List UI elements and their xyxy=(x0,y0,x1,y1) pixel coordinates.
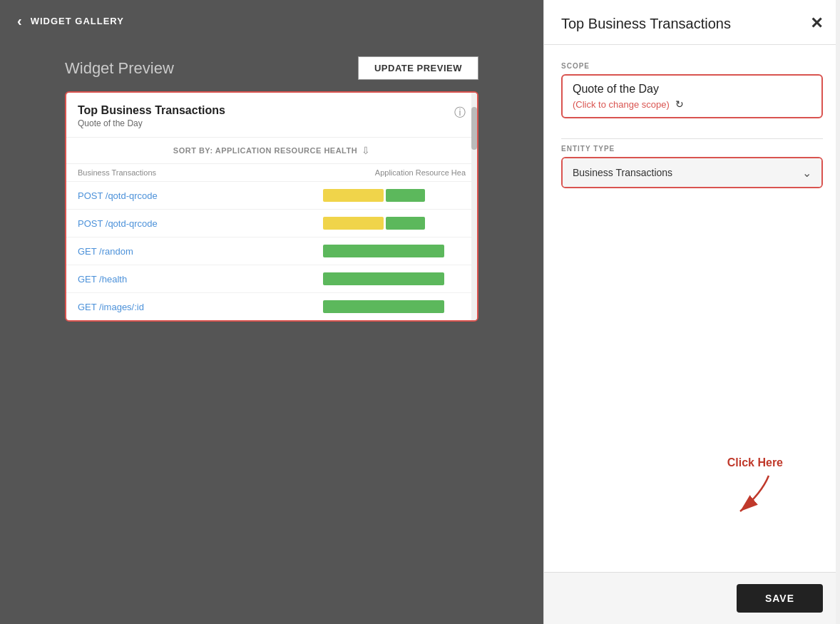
widget-card-title: Top Business Transactions xyxy=(78,104,225,117)
col2-header: Application Resource Hea xyxy=(375,168,466,177)
refresh-icon[interactable]: ↻ xyxy=(675,98,684,110)
scope-change-row: (Click to change scope) ↻ xyxy=(573,98,811,110)
save-button[interactable]: SAVE xyxy=(737,584,823,613)
bar-group xyxy=(323,300,466,313)
widget-preview-section: Widget Preview UPDATE PREVIEW Top Busine… xyxy=(0,42,543,624)
entity-type-select[interactable]: Business Transactions Tiers Nodes Backen… xyxy=(563,158,821,187)
bar-yellow xyxy=(323,189,384,202)
table-row: GET /random xyxy=(66,237,477,265)
sort-bar: SORT BY: APPLICATION RESOURCE HEALTH ⇩ xyxy=(66,137,477,163)
table-row: POST /qotd-qrcode xyxy=(66,209,477,237)
scope-change-link[interactable]: (Click to change scope) xyxy=(573,99,670,110)
widget-card: Top Business Transactions Quote of the D… xyxy=(65,91,478,322)
row-link[interactable]: GET /random xyxy=(78,246,192,257)
right-panel-body: SCOPE Quote of the Day (Click to change … xyxy=(544,45,840,319)
right-panel-footer: SAVE xyxy=(544,572,840,624)
bar-group xyxy=(323,189,466,202)
table-header-row: Business Transactions Application Resour… xyxy=(66,163,477,181)
bar-group xyxy=(323,245,466,257)
help-icon[interactable]: ⓘ xyxy=(454,106,466,121)
scope-section: SCOPE Quote of the Day (Click to change … xyxy=(561,62,823,118)
row-link[interactable]: POST /qotd-qrcode xyxy=(78,190,192,201)
left-panel: ‹ WIDGET GALLERY Widget Preview UPDATE P… xyxy=(0,0,543,624)
col1-header: Business Transactions xyxy=(78,168,156,177)
bar-green xyxy=(323,300,444,313)
bar-green xyxy=(323,245,444,257)
row-link[interactable]: GET /images/:id xyxy=(78,302,192,312)
update-preview-button[interactable]: UPDATE PREVIEW xyxy=(358,56,478,80)
row-link[interactable]: POST /qotd-qrcode xyxy=(78,218,192,229)
right-panel: Top Business Transactions ✕ SCOPE Quote … xyxy=(543,0,840,624)
bar-group xyxy=(323,217,466,230)
gallery-title: WIDGET GALLERY xyxy=(31,16,124,26)
widget-preview-label: Widget Preview xyxy=(65,59,174,78)
scrollbar-thumb[interactable] xyxy=(471,107,477,150)
widget-preview-header: Widget Preview UPDATE PREVIEW xyxy=(65,56,478,80)
arrow-annotation-icon xyxy=(726,472,783,515)
right-panel-header: Top Business Transactions ✕ xyxy=(544,0,840,45)
click-here-annotation: Click Here xyxy=(726,456,783,515)
right-panel-title: Top Business Transactions xyxy=(561,16,731,32)
scope-name: Quote of the Day xyxy=(573,83,811,96)
widget-card-header: Top Business Transactions Quote of the D… xyxy=(66,104,477,131)
divider xyxy=(561,138,823,139)
table-row: GET /images/:id xyxy=(66,292,477,320)
entity-type-section: ENTITY TYPE Business Transactions Tiers … xyxy=(561,145,823,188)
bar-green xyxy=(323,272,444,285)
bar-green xyxy=(386,189,425,202)
scope-label: SCOPE xyxy=(561,62,823,70)
bar-yellow xyxy=(323,217,384,230)
entity-select-wrapper: Business Transactions Tiers Nodes Backen… xyxy=(563,158,821,187)
entity-label: ENTITY TYPE xyxy=(561,145,823,153)
widget-card-subtitle: Quote of the Day xyxy=(78,118,225,128)
scrollbar-track[interactable] xyxy=(471,93,477,320)
back-arrow-icon[interactable]: ‹ xyxy=(17,13,22,29)
entity-box: Business Transactions Tiers Nodes Backen… xyxy=(561,157,823,188)
annotation-area: Click Here xyxy=(544,319,840,573)
close-button[interactable]: ✕ xyxy=(810,14,823,33)
scroll-indicator xyxy=(836,0,840,624)
table-row: GET /health xyxy=(66,265,477,292)
click-here-text: Click Here xyxy=(727,456,783,469)
bar-group xyxy=(323,272,466,285)
sort-arrow-icon: ⇩ xyxy=(362,145,370,156)
sort-label: SORT BY: APPLICATION RESOURCE HEALTH xyxy=(173,146,357,155)
scope-box: Quote of the Day (Click to change scope)… xyxy=(561,74,823,118)
table-row: POST /qotd-qrcode xyxy=(66,181,477,209)
top-bar: ‹ WIDGET GALLERY xyxy=(0,0,543,42)
bar-green xyxy=(386,217,425,230)
row-link[interactable]: GET /health xyxy=(78,274,192,285)
